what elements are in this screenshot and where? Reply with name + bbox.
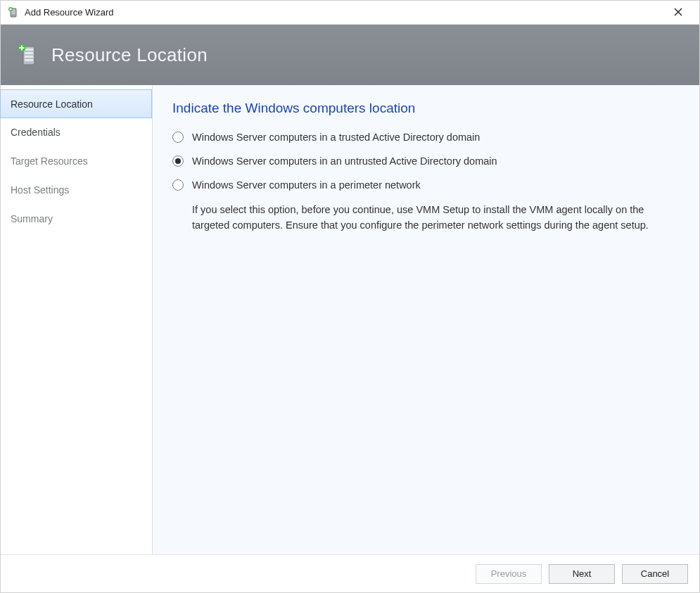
option-label: Windows Server computers in a perimeter … <box>192 178 421 192</box>
option-perimeter-network[interactable]: Windows Server computers in a perimeter … <box>172 178 684 192</box>
previous-button: Previous <box>476 564 542 584</box>
banner: Resource Location <box>1 25 699 85</box>
wizard-steps-sidebar: Resource Location Credentials Target Res… <box>1 85 153 554</box>
svg-rect-3 <box>11 13 15 14</box>
next-button[interactable]: Next <box>549 564 615 584</box>
main-panel: Indicate the Windows computers location … <box>153 85 699 554</box>
section-heading: Indicate the Windows computers location <box>172 101 684 116</box>
wizard-body: Resource Location Credentials Target Res… <box>1 85 699 554</box>
svg-rect-10 <box>25 49 33 51</box>
svg-rect-12 <box>25 56 33 58</box>
server-add-icon <box>16 43 40 67</box>
cancel-button[interactable]: Cancel <box>622 564 688 584</box>
option-trusted-domain[interactable]: Windows Server computers in a trusted Ac… <box>172 130 684 144</box>
perimeter-help-text: If you select this option, before you co… <box>192 202 684 233</box>
close-icon <box>674 6 682 19</box>
option-label: Windows Server computers in an untrusted… <box>192 154 497 168</box>
radio-icon <box>172 179 184 191</box>
svg-rect-11 <box>25 52 33 54</box>
close-button[interactable] <box>664 2 692 23</box>
svg-rect-16 <box>20 47 25 49</box>
wizard-footer: Previous Next Cancel <box>1 554 699 592</box>
svg-rect-13 <box>25 59 33 61</box>
banner-title: Resource Location <box>51 44 208 66</box>
radio-icon <box>172 132 184 143</box>
step-host-settings[interactable]: Host Settings <box>1 176 152 205</box>
svg-rect-2 <box>11 11 15 13</box>
radio-icon <box>172 155 184 167</box>
svg-rect-6 <box>9 8 11 10</box>
option-label: Windows Server computers in a trusted Ac… <box>192 130 480 144</box>
step-resource-location[interactable]: Resource Location <box>0 89 152 118</box>
title-bar: Add Resource Wizard <box>1 1 699 25</box>
wizard-window: Add Resource Wizard Resource <box>0 0 700 593</box>
step-credentials[interactable]: Credentials <box>1 118 152 147</box>
step-summary[interactable]: Summary <box>1 205 152 234</box>
add-resource-icon <box>8 7 19 18</box>
option-untrusted-domain[interactable]: Windows Server computers in an untrusted… <box>172 154 684 168</box>
step-target-resources[interactable]: Target Resources <box>1 147 152 176</box>
window-title: Add Resource Wizard <box>25 7 664 18</box>
